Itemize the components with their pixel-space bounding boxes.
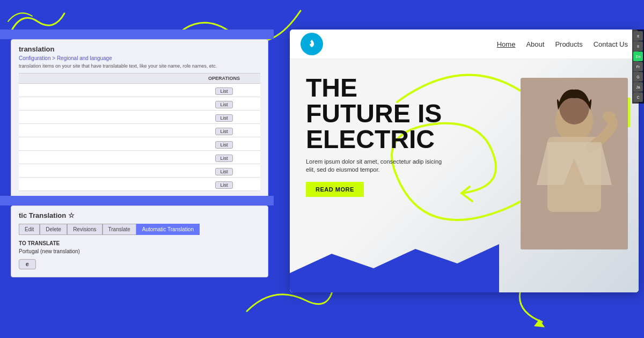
nav-home[interactable]: Home [497, 40, 516, 48]
tab-revisions[interactable]: Revisions [67, 224, 102, 235]
hero-title-line1: THE [306, 75, 445, 101]
tab-delete[interactable]: Delete [40, 224, 67, 235]
person-silhouette [521, 78, 628, 249]
tab-bar: Edit Delete Revisions Translate Automati… [19, 224, 260, 235]
table-row: List [19, 164, 260, 178]
table-row: List [19, 111, 260, 124]
social-item-2[interactable]: It [633, 41, 643, 51]
list-button[interactable]: List [215, 141, 232, 149]
site-nav: Home About Products Contact Us [290, 30, 639, 59]
table-row: List [19, 137, 260, 151]
drupal-logo-icon [304, 36, 319, 52]
list-button[interactable]: List [215, 181, 232, 189]
hero-title: THE FUTURE IS ELECTRIC [306, 75, 445, 152]
table-row: List [19, 97, 260, 111]
list-button[interactable]: List [215, 128, 232, 135]
social-item-1[interactable]: It [633, 31, 643, 41]
social-item-5[interactable]: G [633, 72, 643, 82]
table-row: List [19, 151, 260, 164]
form-label-to-translate: TO TRANSLATE [19, 240, 260, 246]
social-item-6[interactable]: Ja [633, 82, 643, 92]
hero-person-image [521, 78, 628, 249]
social-item-3[interactable]: En [633, 52, 643, 61]
website-preview-panel: Home About Products Contact Us THE FUTUR… [290, 30, 639, 292]
breadcrumb: Configuration > Regional and language [19, 55, 260, 61]
col-header-label [19, 74, 188, 84]
list-button[interactable]: List [215, 114, 232, 122]
card-title-translation: translation [19, 45, 260, 53]
table-row: List [19, 178, 260, 191]
save-button[interactable]: e [19, 259, 36, 269]
tab-automatic-translation[interactable]: Automatic Translation [136, 224, 200, 235]
purple-stripe-top [0, 30, 274, 39]
hero-cta-button[interactable]: READ MORE [306, 182, 364, 197]
svg-point-2 [309, 42, 311, 44]
card-subtitle: translation items on your site that have… [19, 63, 260, 69]
col-header-operations: OPERATIONS [188, 74, 260, 84]
svg-marker-0 [534, 319, 545, 327]
hero-section: THE FUTURE IS ELECTRIC Lorem ipsum dolor… [290, 59, 639, 292]
auto-translation-card: tic Translation ☆ Edit Delete Revisions … [11, 205, 268, 277]
translation-list-card: translation Configuration > Regional and… [11, 39, 268, 199]
nav-products[interactable]: Products [555, 40, 582, 48]
nav-about[interactable]: About [526, 40, 544, 48]
tab-edit[interactable]: Edit [19, 224, 40, 235]
nav-links: Home About Products Contact Us [497, 40, 628, 48]
purple-stripe-middle [0, 196, 274, 205]
table-row: List [19, 84, 260, 97]
list-button[interactable]: List [215, 155, 232, 162]
social-item-7[interactable]: C [633, 92, 643, 102]
auto-translation-title: tic Translation ☆ [19, 211, 260, 219]
nav-contact[interactable]: Contact Us [594, 40, 628, 48]
left-admin-panel: translation Configuration > Regional and… [0, 30, 274, 314]
hero-title-line3: ELECTRIC [306, 127, 445, 152]
list-button[interactable]: List [215, 168, 232, 175]
list-button[interactable]: List [215, 101, 232, 108]
hero-content: THE FUTURE IS ELECTRIC Lorem ipsum dolor… [306, 75, 445, 197]
list-button[interactable]: List [215, 87, 232, 95]
hero-title-line2: FUTURE IS [306, 101, 445, 127]
form-value-portugal: Portugal (new translation) [19, 248, 260, 254]
hero-subtitle: Lorem ipsum dolor sit amet, consectetur … [306, 158, 445, 174]
site-logo [301, 33, 323, 55]
table-row: List [19, 124, 260, 137]
translation-table: OPERATIONS List List List List List List… [19, 73, 260, 191]
social-panel: It It En Fr G Ja C [632, 30, 644, 104]
svg-point-7 [603, 111, 616, 122]
social-item-4[interactable]: Fr [633, 62, 643, 71]
tab-translate[interactable]: Translate [103, 224, 136, 235]
